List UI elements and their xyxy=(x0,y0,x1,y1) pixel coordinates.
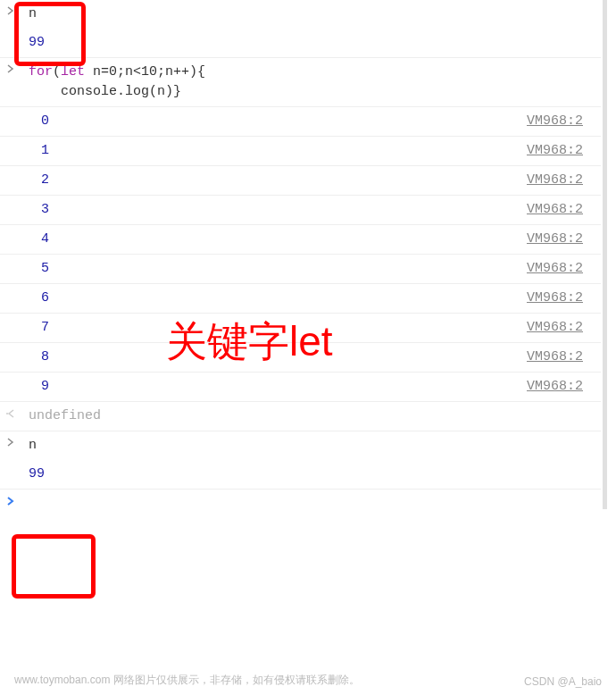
source-link[interactable]: VM968:2 xyxy=(527,110,601,131)
watermark-left: www.toymoban.com 网络图片仅供展示，非存储，如有侵权请联系删除。 xyxy=(14,673,360,688)
console-result-row: 99 xyxy=(0,29,601,58)
console-log-row: 9VM968:2 xyxy=(0,373,601,402)
console-log-value: 4 xyxy=(21,228,527,251)
console-return-value: undefined xyxy=(21,405,601,428)
return-chevron-icon xyxy=(0,405,21,419)
console-input-row[interactable]: for(let n=0;n<10;n++){ console.log(n)} xyxy=(0,58,601,107)
console-input-text: n xyxy=(21,434,601,457)
source-link[interactable]: VM968:2 xyxy=(527,346,601,367)
console-log-value: 5 xyxy=(21,257,527,281)
console-log-value: 6 xyxy=(21,287,527,310)
console-log-value: 2 xyxy=(21,169,527,192)
output-chevron-icon xyxy=(0,31,21,35)
console-result-row: 99 xyxy=(0,460,601,490)
console-log-row: 5VM968:2 xyxy=(0,255,601,284)
source-link[interactable]: VM968:2 xyxy=(527,228,601,249)
blank-gutter xyxy=(0,139,21,143)
input-chevron-icon xyxy=(0,434,21,447)
blank-gutter xyxy=(0,287,21,290)
blank-gutter xyxy=(0,375,21,379)
console-log-value: 0 xyxy=(21,110,527,133)
console-log-value: 9 xyxy=(21,375,527,398)
console-log-row: 4VM968:2 xyxy=(0,225,601,255)
console-input-row[interactable]: n xyxy=(0,431,601,460)
console-input-text: n xyxy=(21,3,601,26)
input-chevron-icon xyxy=(0,3,21,15)
source-link[interactable]: VM968:2 xyxy=(527,139,601,161)
blank-gutter xyxy=(0,257,21,261)
watermark-right: CSDN @A_baio xyxy=(524,675,602,688)
source-link[interactable]: VM968:2 xyxy=(527,198,601,220)
console-log-value: 3 xyxy=(21,198,527,222)
console-result-value: 99 xyxy=(21,463,601,486)
prompt-chevron-icon xyxy=(0,493,21,506)
console-code: for(let n=0;n<10;n++){ console.log(n)} xyxy=(21,61,601,104)
console-prompt[interactable] xyxy=(0,490,601,509)
blank-gutter xyxy=(0,346,21,349)
blank-gutter xyxy=(0,169,21,172)
output-chevron-icon xyxy=(0,463,21,466)
console-result-value: 99 xyxy=(21,31,601,54)
console-log-row: 0VM968:2 xyxy=(0,107,601,137)
source-link[interactable]: VM968:2 xyxy=(527,169,601,190)
console-log-row: 2VM968:2 xyxy=(0,166,601,196)
blank-gutter xyxy=(0,228,21,231)
input-chevron-icon xyxy=(0,61,21,73)
console-log-row: 6VM968:2 xyxy=(0,284,601,314)
blank-gutter xyxy=(0,316,21,320)
svg-point-0 xyxy=(6,413,8,414)
console-log-row: 3VM968:2 xyxy=(0,196,601,225)
source-link[interactable]: VM968:2 xyxy=(527,287,601,308)
source-link[interactable]: VM968:2 xyxy=(527,257,601,279)
blank-gutter xyxy=(0,110,21,113)
console-log-row: 7VM968:2 xyxy=(0,314,601,343)
console-input-row[interactable]: n xyxy=(0,0,601,29)
devtools-console: n 99 for(let n=0;n<10;n++){ console.log(… xyxy=(0,0,607,509)
highlight-box xyxy=(12,534,96,599)
source-link[interactable]: VM968:2 xyxy=(527,375,601,397)
console-log-row: 1VM968:2 xyxy=(0,137,601,166)
console-log-value: 7 xyxy=(21,316,527,339)
console-log-value: 8 xyxy=(21,346,527,369)
blank-gutter xyxy=(0,198,21,202)
console-return-row: undefined xyxy=(0,402,601,431)
console-log-row: 8VM968:2 xyxy=(0,343,601,373)
source-link[interactable]: VM968:2 xyxy=(527,316,601,338)
console-log-value: 1 xyxy=(21,139,527,163)
